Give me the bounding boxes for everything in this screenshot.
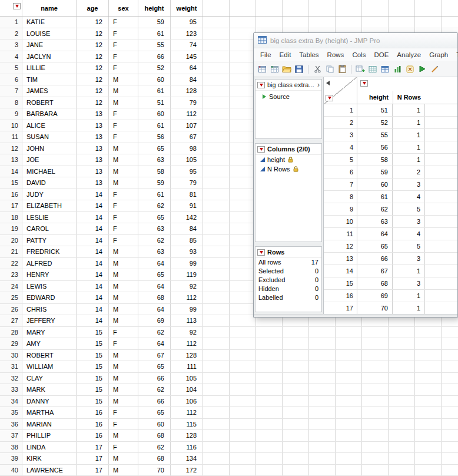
cell-name[interactable]: ELIZABETH bbox=[22, 200, 77, 211]
cell-height[interactable]: 66 bbox=[138, 373, 171, 384]
cell-weight[interactable]: 128 bbox=[171, 350, 203, 361]
cell-sex[interactable]: F bbox=[109, 108, 138, 120]
cell-age[interactable]: 13 bbox=[77, 120, 109, 131]
grid-row[interactable]: 6592 bbox=[324, 166, 457, 178]
cell-weight[interactable]: 99 bbox=[171, 258, 203, 269]
cell-sex[interactable]: F bbox=[109, 189, 138, 200]
grid-row[interactable]: 10633 bbox=[324, 216, 457, 228]
cell-weight[interactable]: 79 bbox=[171, 177, 203, 189]
row-number[interactable]: 21 bbox=[0, 246, 22, 257]
cut-icon[interactable] bbox=[312, 64, 323, 74]
cell-height[interactable]: 59 bbox=[357, 166, 393, 178]
grid-col-header-n-rows[interactable]: N Rows bbox=[393, 91, 425, 104]
row-number[interactable]: 12 bbox=[0, 143, 22, 154]
row-number[interactable]: 35 bbox=[0, 407, 22, 418]
cell-age[interactable]: 12 bbox=[77, 97, 109, 108]
grid-row[interactable]: 16691 bbox=[324, 290, 457, 302]
row-number[interactable]: 5 bbox=[324, 154, 357, 166]
row-number[interactable]: 23 bbox=[0, 269, 22, 280]
cell-n-rows[interactable]: 3 bbox=[393, 277, 425, 289]
cell-age[interactable]: 15 bbox=[77, 327, 109, 338]
cell-sex[interactable]: M bbox=[109, 166, 138, 177]
chevron-right-icon[interactable] bbox=[317, 82, 320, 88]
cell-age[interactable]: 15 bbox=[77, 373, 109, 384]
cell-name[interactable]: LAWRENCE bbox=[22, 465, 77, 476]
row-number[interactable]: 2 bbox=[324, 117, 357, 128]
cell-n-rows[interactable]: 3 bbox=[393, 178, 425, 190]
cell-n-rows[interactable]: 4 bbox=[393, 228, 425, 240]
menu-item-cols[interactable]: Cols bbox=[348, 51, 370, 58]
cell-weight[interactable]: 119 bbox=[171, 269, 203, 280]
cell-height[interactable]: 62 bbox=[357, 203, 393, 215]
cell-age[interactable]: 13 bbox=[77, 166, 109, 177]
cell-sex[interactable]: M bbox=[109, 269, 138, 280]
cell-height[interactable]: 62 bbox=[138, 384, 171, 395]
cell-height[interactable]: 68 bbox=[138, 292, 171, 303]
row-number[interactable]: 9 bbox=[0, 108, 22, 120]
cell-age[interactable]: 14 bbox=[77, 246, 109, 257]
cell-sex[interactable]: F bbox=[109, 51, 138, 62]
cell-name[interactable]: CLAY bbox=[22, 373, 77, 384]
cell-height[interactable]: 55 bbox=[138, 39, 171, 51]
cell-name[interactable]: MICHAEL bbox=[22, 166, 77, 177]
cell-height[interactable]: 61 bbox=[357, 191, 393, 203]
cell-height[interactable]: 60 bbox=[138, 74, 171, 85]
cell-weight[interactable]: 111 bbox=[171, 361, 203, 372]
cell-name[interactable]: TIM bbox=[22, 74, 77, 85]
cell-name[interactable]: LEWIS bbox=[22, 281, 77, 292]
grid-row[interactable]: 12655 bbox=[324, 240, 457, 253]
cell-sex[interactable]: M bbox=[109, 74, 138, 85]
cell-weight[interactable]: 74 bbox=[171, 39, 203, 51]
row-number[interactable]: 4 bbox=[324, 141, 357, 153]
grid-row[interactable]: 7603 bbox=[324, 178, 457, 191]
cell-name[interactable]: MARK bbox=[22, 384, 77, 395]
cell-height[interactable]: 68 bbox=[138, 430, 171, 441]
cell-name[interactable]: CHRIS bbox=[22, 304, 77, 315]
grid-row[interactable]: 2521 bbox=[324, 117, 457, 129]
row-number[interactable]: 3 bbox=[324, 129, 357, 141]
cell-sex[interactable]: F bbox=[109, 407, 138, 418]
cell-age[interactable]: 15 bbox=[77, 338, 109, 349]
cell-height[interactable]: 64 bbox=[357, 228, 393, 240]
cell-height[interactable]: 63 bbox=[138, 154, 171, 166]
cell-height[interactable]: 65 bbox=[138, 212, 171, 223]
cell-sex[interactable]: M bbox=[109, 373, 138, 384]
row-number[interactable]: 11 bbox=[324, 228, 357, 240]
table-panel-header[interactable]: big class extra... bbox=[255, 80, 321, 91]
cell-height[interactable]: 65 bbox=[138, 407, 171, 418]
cell-sex[interactable]: M bbox=[109, 430, 138, 441]
cell-name[interactable]: JACLYN bbox=[22, 51, 77, 62]
cell-weight[interactable]: 67 bbox=[171, 131, 203, 143]
cell-height[interactable]: 61 bbox=[138, 85, 171, 97]
cell-height[interactable]: 59 bbox=[138, 177, 171, 189]
cell-age[interactable]: 14 bbox=[77, 189, 109, 200]
bg-table-row[interactable]: 38LINDA17F62116 bbox=[0, 442, 458, 454]
brush-icon[interactable] bbox=[429, 64, 440, 74]
cell-sex[interactable]: M bbox=[109, 85, 138, 97]
paste-icon[interactable] bbox=[337, 64, 347, 74]
cell-n-rows[interactable]: 1 bbox=[393, 104, 425, 116]
row-number[interactable]: 17 bbox=[324, 302, 357, 314]
rows-panel-header[interactable]: Rows bbox=[255, 247, 321, 258]
cell-height[interactable]: 68 bbox=[138, 453, 171, 464]
cell-name[interactable]: BARBARA bbox=[22, 108, 77, 120]
cell-name[interactable]: ROBERT bbox=[22, 97, 77, 108]
cell-n-rows[interactable]: 3 bbox=[393, 216, 425, 227]
save-icon[interactable] bbox=[294, 64, 304, 74]
cell-age[interactable]: 13 bbox=[77, 177, 109, 189]
cell-name[interactable]: JOHN bbox=[22, 143, 77, 154]
red-triangle-icon[interactable] bbox=[257, 146, 265, 153]
cell-age[interactable]: 17 bbox=[77, 453, 109, 464]
grid-row[interactable]: 1511 bbox=[324, 104, 457, 117]
cell-weight[interactable]: 145 bbox=[171, 51, 203, 62]
window-titlebar[interactable]: big class extra By (height) - JMP Pro bbox=[254, 33, 457, 48]
cell-sex[interactable]: F bbox=[109, 131, 138, 143]
cell-height[interactable]: 52 bbox=[357, 117, 393, 128]
cell-sex[interactable]: M bbox=[109, 453, 138, 464]
cell-age[interactable]: 14 bbox=[77, 200, 109, 211]
cell-name[interactable]: LESLIE bbox=[22, 212, 77, 223]
cell-age[interactable]: 14 bbox=[77, 258, 109, 269]
cell-sex[interactable]: F bbox=[109, 338, 138, 349]
row-number[interactable]: 1 bbox=[0, 16, 22, 28]
cell-height[interactable]: 64 bbox=[138, 338, 171, 349]
